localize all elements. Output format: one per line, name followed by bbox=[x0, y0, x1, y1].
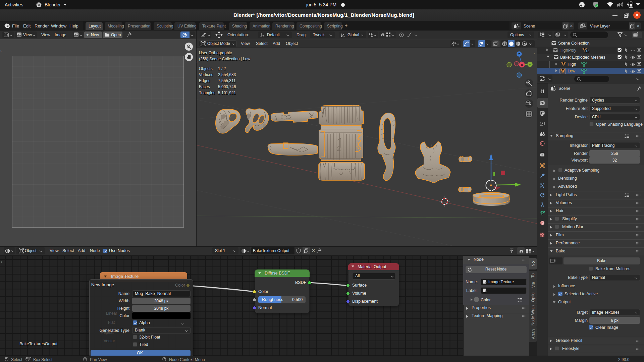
svg-text:X: X bbox=[521, 63, 523, 67]
svg-text:Z: Z bbox=[518, 52, 520, 56]
svg-text:Y: Y bbox=[529, 63, 531, 66]
